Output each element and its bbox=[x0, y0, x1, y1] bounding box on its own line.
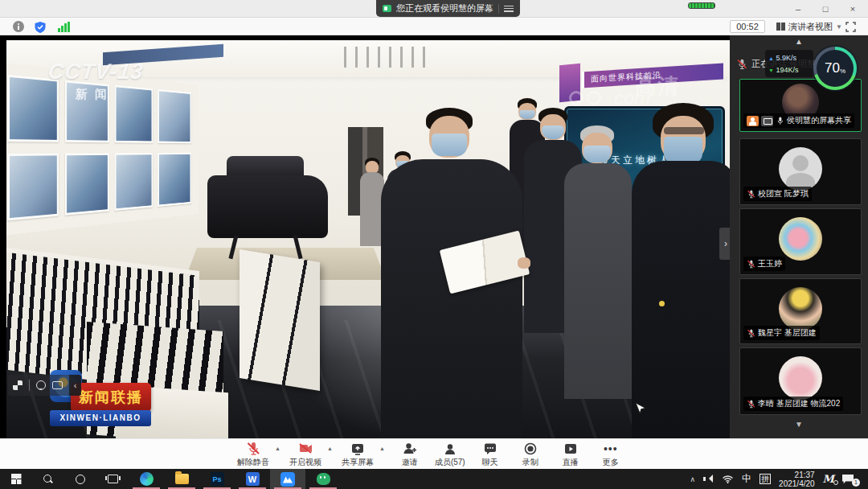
participants-sidebar: ▲ 正在讲话:侯明慧 ▲ 5.9K/s ▼ 194K/s 70% 侯明慧的屏幕共… bbox=[730, 35, 868, 438]
share-options-caret-icon[interactable]: ▲ bbox=[379, 446, 385, 451]
presenter-badge-icon bbox=[747, 116, 759, 126]
taskbar-app-wechat[interactable] bbox=[305, 469, 341, 489]
taskbar-search-button[interactable] bbox=[32, 469, 64, 489]
mic-muted-icon bbox=[747, 329, 755, 338]
annotation-collapse-chevron-icon[interactable]: ‹ bbox=[69, 375, 81, 396]
taskbar-app-explorer[interactable] bbox=[164, 469, 199, 489]
ime-language-indicator[interactable]: 中 bbox=[742, 472, 751, 486]
members-button[interactable]: 成员(57) bbox=[432, 441, 469, 468]
cortana-button[interactable] bbox=[64, 469, 96, 489]
mic-muted-icon bbox=[747, 260, 755, 269]
scroll-down-arrow-icon[interactable]: ▼ bbox=[730, 420, 868, 429]
wechat-icon bbox=[317, 473, 330, 485]
banner-divider bbox=[498, 4, 499, 14]
search-icon bbox=[43, 475, 53, 484]
avatar bbox=[779, 356, 822, 400]
person-icon bbox=[443, 442, 457, 455]
clock-date: 2021/4/20 bbox=[779, 479, 815, 488]
screen-share-badge-icon bbox=[761, 116, 773, 126]
system-tray: ∧ × 中 拼 21:37 2021/4/20 M 1 bbox=[690, 469, 868, 489]
participant-name: 魏星宇 基层团建 bbox=[758, 327, 817, 339]
wps-icon: W bbox=[246, 472, 260, 486]
foreground-white-boards bbox=[240, 249, 320, 391]
windows-logo-icon bbox=[11, 474, 22, 484]
record-button[interactable]: 录制 bbox=[512, 441, 549, 468]
meeting-window: 您正在观看侯明慧的屏幕 – □ × 00:52 演讲者视图 ▼ bbox=[0, 0, 868, 489]
taskbar-app-meeting[interactable] bbox=[270, 469, 305, 489]
elderly-man bbox=[564, 125, 632, 399]
wifi-icon[interactable] bbox=[722, 474, 734, 484]
exhibit-machine bbox=[199, 154, 344, 259]
mic-options-caret-icon[interactable]: ▲ bbox=[275, 446, 280, 451]
participant-tile[interactable]: 李晴 基层团建 物流202 bbox=[739, 347, 862, 415]
participant-tile[interactable]: 王玉婷 bbox=[739, 208, 862, 275]
screen-watch-banner[interactable]: 您正在观看侯明慧的屏幕 bbox=[376, 0, 520, 17]
minimize-button[interactable]: – bbox=[786, 0, 810, 18]
task-view-button[interactable] bbox=[96, 469, 129, 489]
file-explorer-icon bbox=[175, 474, 189, 484]
mic-muted-icon bbox=[246, 442, 260, 456]
participant-tile[interactable]: 魏星宇 基层团建 bbox=[739, 278, 862, 344]
share-screen-button[interactable]: 共享屏幕 bbox=[339, 441, 376, 468]
participant-tile[interactable]: 校团宣 阮梦琪 bbox=[739, 138, 862, 205]
banner-menu-icon[interactable] bbox=[504, 5, 514, 13]
start-video-button[interactable]: 开启视频 bbox=[287, 441, 324, 468]
cctv-watermark-sub: 新闻 bbox=[76, 87, 114, 102]
person-plus-icon bbox=[403, 442, 417, 455]
taskbar-app-edge[interactable] bbox=[129, 469, 164, 489]
emoji-icon[interactable] bbox=[36, 380, 46, 390]
start-button[interactable] bbox=[0, 469, 32, 489]
taskbar-app-wps[interactable]: W bbox=[235, 469, 270, 489]
participant-name: 侯明慧的屏幕共享 bbox=[787, 115, 851, 126]
live-stream-button[interactable]: 直播 bbox=[552, 441, 589, 468]
photoshop-icon: Ps bbox=[211, 472, 224, 486]
invite-button[interactable]: 邀请 bbox=[391, 441, 428, 468]
video-options-caret-icon[interactable]: ▲ bbox=[327, 446, 333, 451]
edge-browser-icon bbox=[140, 472, 154, 486]
central-figure-reading bbox=[376, 108, 530, 438]
avatar bbox=[779, 217, 822, 261]
view-mode-switcher[interactable]: 演讲者视图 ▼ bbox=[776, 20, 842, 33]
screen-share-monitor-icon bbox=[383, 5, 391, 12]
fullscreen-icon[interactable] bbox=[845, 22, 856, 32]
mic-muted-icon bbox=[736, 59, 747, 70]
security-shield-icon[interactable] bbox=[34, 21, 47, 33]
unmute-button[interactable]: 解除静音 bbox=[235, 441, 272, 468]
ime-brand-icon[interactable]: M bbox=[823, 473, 834, 485]
network-signal-icon[interactable] bbox=[58, 22, 70, 32]
avatar bbox=[779, 287, 822, 331]
mic-muted-icon bbox=[747, 190, 755, 199]
mouse-cursor bbox=[635, 402, 647, 415]
view-mode-label: 演讲者视图 bbox=[788, 21, 833, 33]
comment-icon[interactable] bbox=[52, 381, 63, 389]
avatar bbox=[779, 147, 822, 191]
screen-watch-banner-label: 您正在观看侯明慧的屏幕 bbox=[396, 2, 493, 14]
screen-share-icon bbox=[350, 442, 365, 456]
foreground-masked-man bbox=[632, 103, 730, 438]
clock-time: 21:37 bbox=[779, 471, 815, 479]
ime-pinyin-indicator[interactable]: 拼 bbox=[760, 474, 771, 484]
window-titlebar: 您正在观看侯明慧的屏幕 – □ × bbox=[0, 0, 868, 18]
performance-gauge: 70% bbox=[813, 47, 857, 90]
live-play-icon bbox=[563, 442, 578, 456]
more-button[interactable]: ••• 更多 bbox=[592, 441, 629, 468]
meeting-info-icon[interactable] bbox=[13, 21, 24, 32]
annotation-toolbar[interactable]: ‹ bbox=[8, 375, 81, 396]
taskbar-clock[interactable]: 21:37 2021/4/20 bbox=[779, 471, 815, 488]
shared-screen-stage: 面向世界科技前沿 顶天立地树人 bbox=[0, 35, 730, 438]
maximize-button[interactable]: □ bbox=[813, 0, 837, 18]
annotation-grid-icon[interactable] bbox=[13, 380, 23, 390]
speaker-muted-icon[interactable]: × bbox=[703, 475, 714, 483]
scroll-up-arrow-icon[interactable]: ▲ bbox=[730, 37, 868, 46]
cortana-icon bbox=[76, 475, 85, 484]
tray-expand-caret-icon[interactable]: ∧ bbox=[690, 475, 696, 483]
sidebar-collapse-handle[interactable]: › bbox=[719, 228, 730, 260]
cctv-watermark: CCTV-13 bbox=[47, 60, 145, 84]
chat-bubble-icon bbox=[483, 442, 497, 455]
chat-button[interactable]: 聊天 bbox=[472, 441, 509, 468]
site-watermark: ·com bbox=[569, 87, 650, 109]
taskbar-app-photoshop[interactable]: Ps bbox=[199, 469, 235, 489]
close-button[interactable]: × bbox=[841, 0, 865, 18]
mic-icon bbox=[776, 117, 784, 125]
toolbar-divider bbox=[29, 380, 30, 391]
